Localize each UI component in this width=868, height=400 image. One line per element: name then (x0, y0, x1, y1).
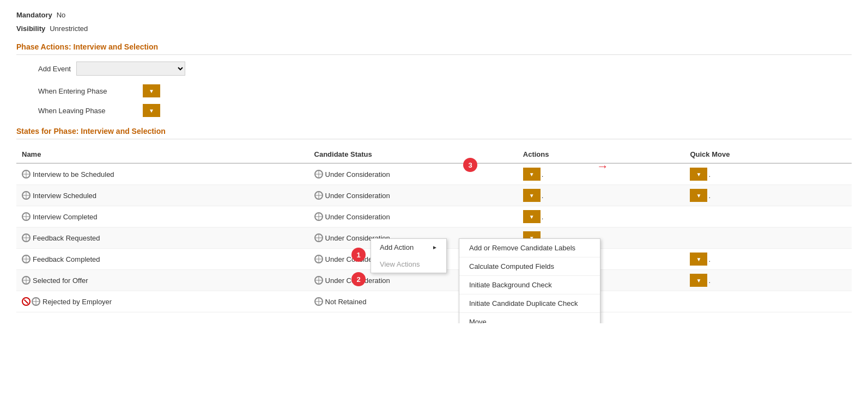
when-leaving-dropdown[interactable] (143, 104, 160, 117)
row-status: Under Consideration (325, 192, 390, 200)
step-badge-2: 2 (351, 272, 366, 286)
when-leaving-label: When Leaving Phase (38, 107, 136, 115)
row-status: Under Consideration (325, 213, 390, 221)
col-candidate-status: Candidate Status (309, 146, 518, 163)
actions-dropdown-menu: Add Action ► View Actions Add or Remove … (371, 238, 447, 273)
when-entering-dropdown[interactable] (143, 84, 160, 97)
globe-icon (314, 233, 323, 242)
submenu-item[interactable]: Initiate Candidate Duplicate Check (459, 294, 600, 313)
step-badge-1: 1 (351, 248, 366, 262)
submenu-arrow-icon: ► (432, 244, 438, 250)
visibility-label: Visibility (16, 24, 45, 33)
globe-icon (22, 191, 31, 200)
small-context-menu: Add Action ► View Actions (371, 238, 447, 273)
add-action-submenu: Add or Remove Candidate LabelsCalculate … (459, 238, 600, 323)
globe-icon (32, 297, 40, 306)
col-quick-move: Quick Move (684, 146, 852, 163)
row-name: Feedback Completed (33, 255, 100, 263)
row-name: Interview Completed (33, 213, 98, 221)
quick-move-dropdown-btn[interactable] (690, 253, 707, 266)
row-name: Selected for Offer (33, 276, 88, 285)
globe-icon (314, 212, 323, 221)
submenu-item[interactable]: Calculate Computed Fields (459, 257, 600, 276)
mandatory-value: No (57, 11, 66, 19)
add-event-label: Add Event (38, 65, 71, 73)
view-actions-label: View Actions (380, 260, 420, 268)
mandatory-label: Mandatory (16, 11, 52, 19)
add-event-select[interactable] (76, 61, 185, 76)
no-icon (22, 297, 31, 306)
step-badge-3: 3 (463, 158, 477, 172)
globe-icon (314, 276, 323, 285)
globe-icon (314, 191, 323, 200)
table-row: Interview Scheduled Under Consideration … (16, 185, 852, 206)
visibility-value: Unrestricted (50, 24, 88, 33)
when-entering-label: When Entering Phase (38, 87, 136, 95)
submenu-item[interactable]: Add or Remove Candidate Labels (459, 239, 600, 257)
row-status: Under Consideration (325, 170, 390, 179)
row-name: Feedback Requested (33, 234, 100, 242)
actions-dropdown-btn[interactable] (523, 189, 541, 202)
quick-move-dropdown-btn[interactable] (690, 189, 707, 202)
submenu-item[interactable]: Move (459, 313, 600, 323)
row-name: Interview to be Scheduled (33, 170, 114, 179)
phase-actions-title: Phase Actions: Interview and Selection (16, 42, 852, 55)
table-row: Interview to be Scheduled Under Consider… (16, 163, 852, 185)
add-action-menu-item[interactable]: Add Action ► (371, 239, 446, 256)
submenu-item[interactable]: Initiate Background Check (459, 276, 600, 294)
actions-dropdown-btn[interactable] (523, 168, 541, 181)
globe-icon (22, 212, 31, 221)
row-name: Interview Scheduled (33, 192, 96, 200)
pink-arrow-indicator: → (597, 159, 609, 174)
add-action-label: Add Action (380, 243, 414, 251)
globe-icon (22, 233, 31, 242)
globe-icon (314, 170, 323, 179)
globe-icon (22, 170, 31, 179)
states-title: States for Phase: Interview and Selectio… (16, 127, 852, 139)
quick-move-dropdown-btn[interactable] (690, 168, 707, 181)
view-actions-menu-item[interactable]: View Actions (371, 256, 446, 273)
actions-dropdown-btn[interactable] (523, 210, 541, 223)
table-row: Rejected by Employer Not Retained . (16, 291, 852, 312)
row-status: Not Retained (325, 298, 367, 306)
row-name: Rejected by Employer (43, 298, 112, 306)
col-name: Name (16, 146, 309, 163)
quick-move-dropdown-btn[interactable] (690, 274, 707, 287)
globe-icon (314, 297, 323, 306)
globe-icon (314, 255, 323, 263)
states-table: Name Candidate Status Actions Quick Move… (16, 146, 852, 312)
table-row: Interview Completed Under Consideration … (16, 206, 852, 227)
globe-icon (22, 276, 31, 285)
globe-icon (22, 255, 31, 263)
